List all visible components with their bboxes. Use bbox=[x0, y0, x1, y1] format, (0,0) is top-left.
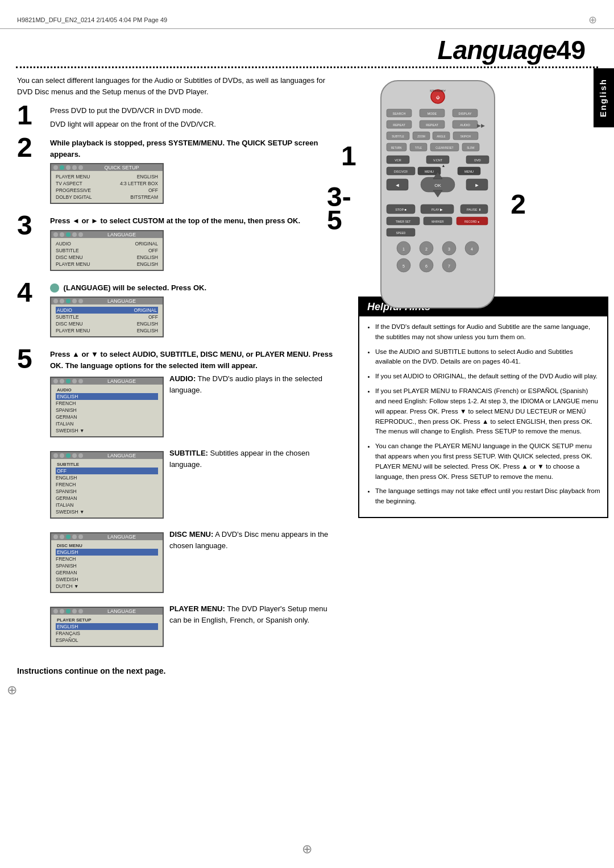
screen-step5-audio: LANGUAGE AUDIO ENGLISH FRENCH SPANISH GE… bbox=[50, 377, 164, 437]
svg-text:MENU: MENU bbox=[425, 170, 434, 173]
screen-step2-icons bbox=[53, 165, 83, 170]
s5d-d2 bbox=[60, 535, 64, 539]
left-col: You can select different languages for t… bbox=[0, 75, 352, 675]
s5a-d1 bbox=[53, 379, 58, 383]
s5s-d4 bbox=[72, 453, 77, 458]
svg-text:DISC/VCR: DISC/VCR bbox=[394, 170, 408, 173]
step-2-number: 2 bbox=[17, 134, 44, 161]
step-4-title: (LANGUAGE) will be selected. Press OK. bbox=[50, 282, 341, 294]
language-title-area: Language49 bbox=[0, 35, 614, 65]
svg-text:TITLE: TITLE bbox=[415, 147, 422, 149]
svg-text:PLAY ▶: PLAY ▶ bbox=[432, 208, 443, 211]
hint-item-0: If the DVD's default settings for Audio … bbox=[375, 322, 600, 343]
s5a-d4 bbox=[72, 379, 77, 383]
step-2-title: While playback is stopped, press SYSTEM/… bbox=[50, 137, 341, 160]
screen-step2-row-3: DOLBY DIGITAL BITSTREAM bbox=[56, 194, 158, 201]
step-3-title: Press ◄ or ► to select CUSTOM at the top… bbox=[50, 215, 341, 227]
screen-step3-body: AUDIO ORIGINAL SUBTITLE OFF DISC MENU EN… bbox=[51, 238, 163, 270]
s5p-d5 bbox=[78, 609, 83, 614]
svg-text:SLOW: SLOW bbox=[467, 147, 475, 149]
svg-text:▲: ▲ bbox=[442, 164, 446, 168]
screen-step2: QUICK SETUP PLAYER MENU ENGLISH TV ASPEC… bbox=[50, 163, 164, 204]
svg-text:7: 7 bbox=[448, 264, 450, 268]
screen-step3-row-1: SUBTITLE OFF bbox=[56, 247, 158, 254]
s3-dot-4 bbox=[72, 232, 77, 237]
screen-step2-row-2: PROGRESSIVE OFF bbox=[56, 187, 158, 194]
s3-dot-2 bbox=[60, 232, 64, 237]
screen-step2-body: PLAYER MENU ENGLISH TV ASPECT 4:3 LETTER… bbox=[51, 171, 163, 203]
hints-body: If the DVD's default settings for Audio … bbox=[359, 316, 607, 517]
svg-text:6: 6 bbox=[425, 264, 428, 268]
s5s-d5 bbox=[78, 453, 83, 458]
svg-text:▶▶: ▶▶ bbox=[477, 123, 485, 128]
remote-num-1: 1 bbox=[341, 140, 356, 172]
screen-step5-player: LANGUAGE PLAYER SETUP ENGLISH FRANÇAIS E… bbox=[50, 607, 164, 647]
svg-text:AUDIO: AUDIO bbox=[460, 123, 470, 127]
s4-dot-5 bbox=[78, 299, 83, 303]
header-bar: H9821MD_DFU_EN2_0214 2/14/05 4:04 PM Pag… bbox=[0, 11, 614, 29]
svg-text:MODE: MODE bbox=[428, 112, 437, 115]
remote-num-2: 2 bbox=[511, 189, 526, 220]
screen-step4-row-2: DISC MENU ENGLISH bbox=[56, 320, 158, 327]
step-1: 1 Press DVD to put the DVD/VCR in DVD mo… bbox=[17, 105, 341, 130]
screen-step4-row-0: AUDIO ORIGINAL bbox=[56, 307, 158, 314]
svg-text:REPEAT: REPEAT bbox=[393, 123, 405, 127]
s3-dot-5 bbox=[78, 232, 83, 237]
icon-dot-4 bbox=[72, 165, 77, 170]
s5d-d1 bbox=[53, 535, 58, 539]
svg-text:RETURN: RETURN bbox=[391, 147, 402, 149]
bottom-crosshair: ⊕ bbox=[302, 842, 312, 857]
screen-step2-label-1: TV ASPECT bbox=[56, 181, 82, 186]
sub-step-disc-text: DISC MENU: A DVD's Disc menu appears in … bbox=[164, 529, 341, 551]
s5a-d2 bbox=[60, 379, 64, 383]
s3-dot-1 bbox=[53, 232, 58, 237]
svg-text:OK: OK bbox=[434, 183, 441, 188]
svg-text:STOP ■: STOP ■ bbox=[395, 208, 406, 211]
svg-text:CLEAR/RESET: CLEAR/RESET bbox=[435, 147, 454, 149]
instructions-continue: Instructions continue on the next page. bbox=[17, 666, 341, 675]
step-5-number: 5 bbox=[17, 345, 44, 373]
english-tab: English bbox=[594, 68, 614, 127]
screen-step4-topbar: LANGUAGE bbox=[51, 298, 163, 304]
remote-num-35: 3-5 bbox=[327, 186, 351, 232]
screen-step2-value-0: ENGLISH bbox=[137, 174, 158, 180]
screen-step5d-topbar: LANGUAGE bbox=[51, 533, 163, 540]
step-4-content: (LANGUAGE) will be selected. Press OK. bbox=[50, 282, 341, 341]
screen-step2-value-3: BITSTREAM bbox=[130, 194, 158, 200]
s5s-d3 bbox=[66, 453, 70, 458]
screen-step3-title: LANGUAGE bbox=[107, 232, 136, 237]
screen-step5-subtitle: LANGUAGE SUBTITLE OFF ENGLISH FRENCH SPA… bbox=[50, 451, 164, 519]
screen-step3-row-0: AUDIO ORIGINAL bbox=[56, 240, 158, 247]
screen-step2-label-2: PROGRESSIVE bbox=[56, 187, 91, 193]
svg-text:4: 4 bbox=[471, 247, 473, 251]
step-1-title: Press DVD to put the DVD/VCR in DVD mode… bbox=[50, 105, 341, 116]
sub-step-audio: LANGUAGE AUDIO ENGLISH FRENCH SPANISH GE… bbox=[50, 373, 341, 441]
screen-step2-value-1: 4:3 LETTER BOX bbox=[120, 181, 158, 186]
step-3-number: 3 bbox=[17, 212, 44, 239]
s5s-d2 bbox=[60, 453, 64, 458]
s4-dot-2 bbox=[60, 299, 64, 303]
svg-text:V.CNT: V.CNT bbox=[433, 158, 443, 162]
screen-step3: LANGUAGE AUDIO ORIGINAL SUBTITLE OFF bbox=[50, 230, 164, 271]
language-title: Language bbox=[438, 35, 557, 65]
svg-text:◄: ◄ bbox=[395, 182, 400, 188]
svg-text:SKIP/OH: SKIP/OH bbox=[460, 135, 471, 138]
svg-text:ZOOM: ZOOM bbox=[417, 135, 425, 138]
s5d-d5 bbox=[78, 535, 83, 539]
hints-box: Helpful Hints If the DVD's default setti… bbox=[358, 297, 608, 518]
screen-step4-title: LANGUAGE bbox=[107, 298, 136, 304]
sub-step-subtitle-text: SUBTITLE: Subtitles appear in the chosen… bbox=[164, 448, 341, 470]
sub-step-audio-text: AUDIO: The DVD's audio plays in the sele… bbox=[164, 373, 341, 395]
step4-indicator-dot bbox=[50, 283, 59, 293]
svg-text:DVD: DVD bbox=[474, 158, 481, 162]
icon-dot-1 bbox=[53, 165, 58, 170]
screen-step4-row-1: SUBTITLE OFF bbox=[56, 314, 158, 320]
screen-step4-body: AUDIO ORIGINAL SUBTITLE OFF DISC MENU EN… bbox=[51, 304, 163, 336]
svg-text:►: ► bbox=[475, 182, 480, 188]
hint-item-2: If you set AUDIO to ORIGINAL, the defaul… bbox=[375, 372, 600, 382]
s5p-d2 bbox=[60, 609, 64, 614]
screen-step2-row-0: PLAYER MENU ENGLISH bbox=[56, 173, 158, 180]
step-3-content: Press ◄ or ► to select CUSTOM at the top… bbox=[50, 215, 341, 274]
sub-step-player-text: PLAYER MENU: The DVD Player's Setup menu… bbox=[164, 603, 341, 625]
step-5: 5 Press ▲ or ▼ to select AUDIO, SUBTITLE… bbox=[17, 349, 341, 657]
